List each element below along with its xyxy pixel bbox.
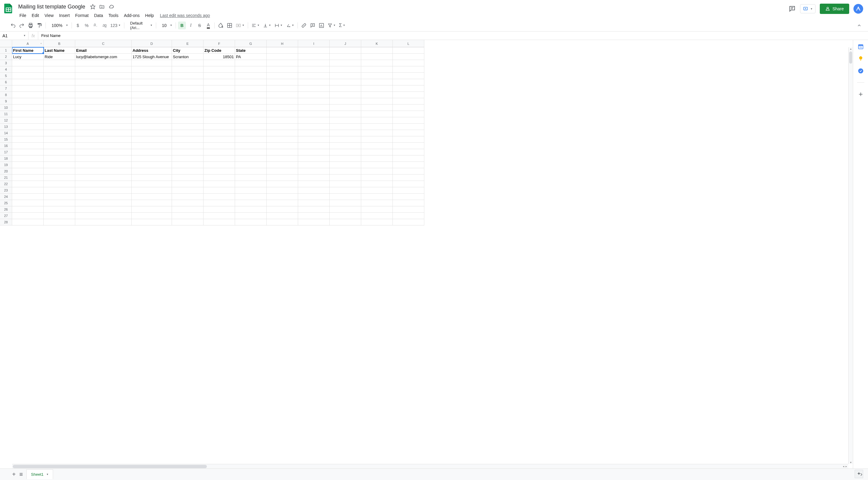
row-header[interactable]: 1: [0, 47, 12, 54]
all-sheets-button[interactable]: ≡: [20, 471, 23, 478]
cell[interactable]: [44, 73, 75, 79]
functions-button[interactable]: Σ▼: [338, 22, 347, 29]
cell[interactable]: [393, 79, 424, 85]
cell[interactable]: [172, 213, 204, 219]
cell[interactable]: [204, 175, 235, 181]
cell[interactable]: [361, 200, 393, 206]
cell[interactable]: [204, 219, 235, 226]
cell[interactable]: [132, 124, 172, 130]
row-header[interactable]: 18: [0, 156, 12, 162]
cell[interactable]: [298, 124, 330, 130]
cell[interactable]: [204, 73, 235, 79]
cell[interactable]: [172, 194, 204, 200]
cell[interactable]: [204, 194, 235, 200]
cell[interactable]: [132, 200, 172, 206]
cell[interactable]: [44, 136, 75, 143]
bold-button[interactable]: B: [178, 22, 186, 29]
font-select[interactable]: Default (Ari...▼: [126, 22, 154, 29]
cell[interactable]: [12, 60, 44, 66]
sheets-logo[interactable]: [2, 2, 14, 14]
cell[interactable]: [44, 168, 75, 175]
sheet-tab[interactable]: Sheet1▼: [26, 469, 53, 479]
cell[interactable]: [44, 156, 75, 162]
cell[interactable]: Ride: [44, 54, 75, 60]
cell[interactable]: [44, 181, 75, 187]
cell[interactable]: [75, 98, 132, 105]
cell[interactable]: [132, 136, 172, 143]
cell[interactable]: [298, 219, 330, 226]
share-button[interactable]: Share: [820, 4, 849, 14]
cell[interactable]: [298, 130, 330, 136]
cell[interactable]: [298, 156, 330, 162]
cell[interactable]: [12, 213, 44, 219]
cell[interactable]: State: [235, 47, 267, 54]
cell[interactable]: [204, 111, 235, 117]
cell[interactable]: [235, 85, 267, 92]
row-header[interactable]: 25: [0, 200, 12, 206]
column-header[interactable]: I: [298, 40, 330, 47]
calendar-icon[interactable]: 31: [858, 44, 864, 50]
cell[interactable]: [267, 124, 298, 130]
row-header[interactable]: 20: [0, 168, 12, 175]
cell[interactable]: [12, 194, 44, 200]
cell[interactable]: [75, 181, 132, 187]
cell[interactable]: [330, 175, 361, 181]
cell[interactable]: [12, 79, 44, 85]
cell[interactable]: [12, 85, 44, 92]
cell[interactable]: [204, 162, 235, 168]
cell[interactable]: [235, 98, 267, 105]
cell[interactable]: [12, 200, 44, 206]
cell[interactable]: [75, 187, 132, 194]
row-header[interactable]: 5: [0, 73, 12, 79]
cell[interactable]: [12, 149, 44, 156]
cell[interactable]: [267, 149, 298, 156]
cell[interactable]: [267, 85, 298, 92]
cell[interactable]: [330, 105, 361, 111]
cell[interactable]: [330, 111, 361, 117]
cell[interactable]: [361, 187, 393, 194]
cell[interactable]: [132, 149, 172, 156]
more-formats-button[interactable]: 123▼: [109, 22, 122, 29]
add-sheet-button[interactable]: +: [12, 471, 16, 478]
row-header[interactable]: 17: [0, 149, 12, 156]
cell[interactable]: [393, 213, 424, 219]
cell[interactable]: [393, 73, 424, 79]
cell[interactable]: [235, 130, 267, 136]
cell[interactable]: [267, 79, 298, 85]
cell[interactable]: [361, 98, 393, 105]
decrease-decimal-button[interactable]: .0←: [92, 22, 99, 29]
cell[interactable]: [361, 47, 393, 54]
vertical-scrollbar[interactable]: [848, 47, 853, 464]
vertical-align-button[interactable]: ▼: [262, 22, 272, 29]
cell[interactable]: [44, 143, 75, 149]
cell[interactable]: [204, 66, 235, 73]
cell[interactable]: [393, 194, 424, 200]
font-size-select[interactable]: 10▼: [158, 22, 174, 29]
cell[interactable]: [393, 149, 424, 156]
cell[interactable]: [12, 187, 44, 194]
insert-chart-button[interactable]: [317, 22, 326, 29]
cell[interactable]: [75, 213, 132, 219]
cell[interactable]: [298, 98, 330, 105]
cell[interactable]: [267, 117, 298, 124]
cell[interactable]: [172, 66, 204, 73]
cell[interactable]: [267, 111, 298, 117]
cell[interactable]: [75, 85, 132, 92]
cell[interactable]: [361, 124, 393, 130]
cell[interactable]: [298, 194, 330, 200]
cell[interactable]: [132, 181, 172, 187]
row-header[interactable]: 19: [0, 162, 12, 168]
cell[interactable]: [267, 105, 298, 111]
cell[interactable]: [298, 175, 330, 181]
cell[interactable]: [132, 98, 172, 105]
cell[interactable]: [361, 213, 393, 219]
cell[interactable]: [172, 200, 204, 206]
cell[interactable]: [298, 206, 330, 213]
cell[interactable]: [361, 168, 393, 175]
column-header[interactable]: E: [172, 40, 204, 47]
cell[interactable]: [267, 181, 298, 187]
cell[interactable]: [44, 149, 75, 156]
cell[interactable]: [267, 66, 298, 73]
cell[interactable]: [172, 168, 204, 175]
cell[interactable]: [12, 206, 44, 213]
